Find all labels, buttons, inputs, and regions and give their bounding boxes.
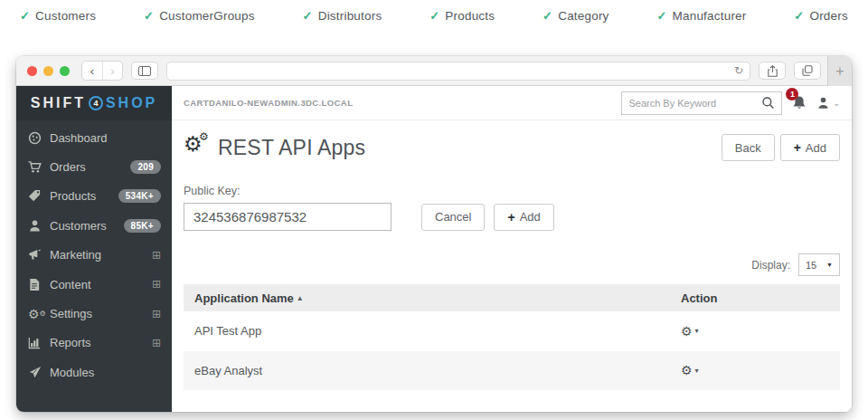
public-key-row: Cancel +Add [184, 203, 840, 231]
browser-window: ‹ › ↻ + SHIFT 4 SHOP D [16, 56, 852, 412]
caret-down-icon: ▾ [695, 327, 699, 335]
sidebar-item-products[interactable]: Products 534K+ [16, 182, 172, 211]
sync-item-customergroups: ✓CustomerGroups [144, 9, 255, 23]
store-domain: CARTDANILO-NEWADMIN.3DC.LOCAL [184, 98, 353, 108]
plus-icon: + [794, 140, 801, 155]
sync-item-label: Orders [809, 9, 847, 23]
products-count-badge: 534K+ [118, 189, 161, 203]
account-menu-button[interactable]: ⌄ [816, 96, 840, 110]
search-input[interactable] [628, 98, 757, 109]
display-count-value: 15 [806, 260, 816, 271]
page-title: REST API Apps [218, 136, 365, 160]
sync-item-products: ✓Products [429, 9, 495, 23]
expand-icon[interactable]: ⊞ [152, 308, 161, 320]
sidebar-item-modules[interactable]: Modules [16, 358, 172, 387]
cart-icon [28, 160, 50, 174]
close-window-button[interactable] [27, 66, 37, 76]
chevron-down-icon: ⌄ [833, 99, 840, 108]
check-icon: ✓ [20, 9, 30, 23]
sidebar-item-label: Reports [50, 336, 91, 349]
main-area: CARTDANILO-NEWADMIN.3DC.LOCAL 1 ⌄ [172, 86, 852, 412]
public-key-label: Public Key: [184, 185, 840, 197]
share-button[interactable] [759, 62, 786, 80]
form-add-button[interactable]: +Add [494, 204, 553, 231]
dashboard-icon [28, 131, 50, 145]
tabs-overview-icon [802, 65, 813, 76]
notifications-button[interactable]: 1 [792, 95, 807, 110]
logo-text-shift: SHIFT [31, 95, 86, 111]
table-row: eBay Analyst ⚙▾ [184, 351, 840, 391]
page-content: ⚙⚙ REST API Apps Back +Add Public Key: C… [172, 120, 852, 412]
page-title-row: ⚙⚙ REST API Apps Back +Add [184, 134, 840, 161]
row-actions-menu-button[interactable]: ⚙▾ [681, 324, 699, 339]
address-bar[interactable]: ↻ [166, 62, 750, 81]
column-header-application-name[interactable]: Application Name▲ [184, 291, 681, 305]
sidebar-toggle-button[interactable] [131, 62, 158, 80]
sidebar-toggle-icon [138, 66, 151, 76]
title-actions: Back +Add [722, 134, 840, 161]
customers-count-badge: 85K+ [124, 219, 161, 233]
sidebar-item-marketing[interactable]: Marketing ⊞ [16, 241, 172, 270]
check-icon: ✓ [542, 9, 552, 23]
search-icon[interactable] [761, 96, 775, 110]
check-icon: ✓ [794, 9, 804, 23]
sync-status-bar: ✓Customers ✓CustomerGroups ✓Distributors… [20, 9, 848, 23]
row-actions-menu-button[interactable]: ⚙▾ [681, 363, 699, 377]
new-tab-button[interactable]: + [827, 56, 852, 86]
display-row: Display: 15 ▼ [184, 253, 840, 276]
cancel-button[interactable]: Cancel [421, 204, 485, 231]
sync-item-manufacturer: ✓Manufacturer [656, 9, 746, 23]
display-count-select[interactable]: 15 ▼ [798, 253, 840, 276]
sync-item-label: Manufacturer [673, 9, 747, 23]
add-button[interactable]: +Add [780, 134, 840, 161]
sidebar-item-label: Marketing [50, 248, 101, 262]
expand-icon[interactable]: ⊞ [152, 337, 161, 349]
sidebar-item-label: Orders [50, 160, 86, 174]
minimize-window-button[interactable] [43, 66, 53, 76]
sidebar-item-label: Settings [50, 307, 92, 320]
back-button[interactable]: Back [722, 134, 775, 161]
tabs-overview-button[interactable] [794, 62, 821, 80]
sidebar-item-content[interactable]: Content ⊞ [16, 270, 172, 299]
sync-item-label: Category [558, 9, 609, 23]
check-icon: ✓ [656, 9, 666, 23]
api-apps-icon: ⚙⚙ [184, 134, 212, 161]
sidebar-item-reports[interactable]: Reports ⊞ [16, 329, 172, 358]
sidebar-item-label: Modules [50, 366, 94, 379]
table-row: API Test App ⚙▾ [184, 311, 840, 351]
sync-item-label: Products [445, 9, 495, 23]
sync-item-distributors: ✓Distributors [303, 9, 382, 23]
expand-icon[interactable]: ⊞ [152, 249, 161, 262]
rocket-icon [28, 366, 50, 379]
orders-count-badge: 209 [130, 160, 161, 174]
zoom-window-button[interactable] [60, 66, 70, 76]
megaphone-icon [28, 248, 50, 262]
sidebar-item-customers[interactable]: Customers 85K+ [16, 211, 172, 240]
window-controls [27, 66, 70, 76]
sidebar-item-settings[interactable]: ⚙⚙ Settings ⊞ [16, 299, 172, 328]
sidebar-item-orders[interactable]: Orders 209 [16, 152, 172, 181]
sidebar-item-label: Content [50, 278, 91, 291]
logo-text-shop: SHOP [106, 95, 157, 111]
gears-icon: ⚙⚙ [28, 308, 50, 320]
public-key-input[interactable] [184, 203, 392, 231]
check-icon: ✓ [303, 9, 313, 23]
document-icon [28, 278, 50, 291]
shift4shop-logo[interactable]: SHIFT 4 SHOP [16, 86, 172, 120]
sidebar-item-label: Dashboard [50, 131, 108, 145]
app-name-cell: eBay Analyst [184, 364, 681, 377]
plus-icon: + [507, 210, 514, 224]
browser-chrome: ‹ › ↻ + [16, 56, 852, 86]
forward-browser-button[interactable]: › [102, 62, 122, 80]
logo-4-icon: 4 [89, 96, 103, 110]
check-icon: ✓ [144, 9, 154, 23]
sidebar: SHIFT 4 SHOP Dashboard Orders 209 Produc… [16, 86, 172, 412]
sync-item-customers: ✓Customers [20, 9, 96, 23]
person-icon [28, 219, 50, 233]
reload-icon[interactable]: ↻ [734, 65, 743, 76]
expand-icon[interactable]: ⊞ [152, 278, 161, 291]
sidebar-item-dashboard[interactable]: Dashboard [16, 123, 172, 152]
column-header-action: Action [681, 291, 840, 305]
back-browser-button[interactable]: ‹ [82, 62, 102, 80]
api-apps-table: Application Name▲ Action API Test App ⚙▾… [184, 284, 840, 390]
